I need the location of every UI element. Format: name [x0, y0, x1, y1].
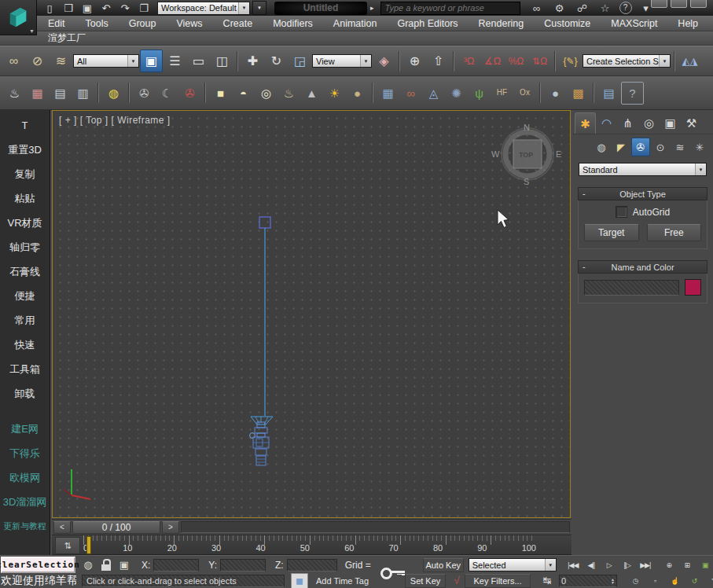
time-slider-handle[interactable]: 0 / 100 — [72, 521, 160, 534]
rock-icon[interactable]: ✺ — [446, 83, 467, 104]
key-filters-button[interactable]: Key Filters... — [465, 574, 531, 588]
camera-red-icon[interactable]: ✇ — [179, 83, 200, 104]
tab-display[interactable]: ▣ — [660, 112, 681, 134]
current-frame-field[interactable]: 0 ▲ ▼ — [559, 575, 617, 587]
object-color-swatch[interactable] — [685, 279, 701, 296]
auto-key-button[interactable]: Auto Key — [423, 558, 464, 572]
sidebar-item-t[interactable]: T — [0, 113, 50, 138]
camera-icon[interactable]: ✇ — [134, 83, 155, 104]
tab-create[interactable]: ✱ — [575, 112, 596, 134]
menu-item[interactable]: Edit — [38, 16, 75, 31]
select-object-icon[interactable]: ▣ — [140, 50, 163, 72]
workspace-dropdown[interactable]: Workspace: Default ▼ — [157, 2, 250, 15]
rectangular-selection-region-icon[interactable]: ▭ — [187, 50, 210, 72]
category-spacewarps-icon[interactable]: ≋ — [671, 138, 689, 156]
use-pivot-point-icon[interactable]: ◈ — [373, 50, 395, 72]
category-helpers-icon[interactable]: ⊙ — [651, 138, 670, 156]
previous-frame-arrow[interactable]: < — [53, 521, 71, 534]
light-bulb-icon[interactable]: ◍ — [103, 83, 124, 104]
next-frame-button[interactable]: ||▷ — [619, 558, 636, 572]
free-camera-button[interactable]: Free — [647, 224, 702, 241]
bind-to-space-warp-icon[interactable]: ≋ — [50, 50, 72, 72]
category-lights-icon[interactable]: ◤ — [612, 138, 630, 156]
new-scene-icon[interactable]: ▯ — [41, 1, 58, 15]
select-and-rotate-icon[interactable]: ↻ — [265, 50, 288, 72]
frame-spinner[interactable]: ▲ ▼ — [611, 578, 615, 584]
go-to-end-button[interactable]: ▶▶| — [637, 558, 654, 572]
y-coordinate-field[interactable] — [220, 559, 266, 571]
target-camera-button[interactable]: Target — [584, 224, 639, 241]
selection-lock-icon[interactable] — [101, 559, 112, 571]
menu-item[interactable]: Modifiers — [263, 16, 323, 31]
maximize-button[interactable] — [671, 0, 687, 8]
plugin-menu-item[interactable]: 渲梦工厂 — [38, 31, 96, 45]
menu-item[interactable]: Group — [119, 16, 167, 31]
time-configuration-icon[interactable]: ◷ — [627, 574, 644, 588]
toolbar-overflow-icon[interactable]: ▸ — [370, 4, 374, 12]
sidebar-item-plaster-line[interactable]: 石膏线 — [0, 259, 50, 284]
add-time-tag[interactable]: Add Time Tag — [316, 576, 369, 586]
wrench-icon[interactable]: ⚙ — [551, 1, 568, 15]
sidebar-item-xiadele[interactable]: 下得乐 — [0, 441, 50, 465]
rendered-frame-window-icon[interactable]: ▤ — [50, 83, 71, 104]
camera-class-dropdown[interactable]: Standard ▼ — [579, 163, 707, 176]
grass-icon[interactable]: ψ — [469, 83, 490, 104]
zoom-extents-icon[interactable]: ▣ — [696, 558, 713, 572]
open-file-icon[interactable]: ❒ — [60, 1, 77, 15]
hairfarm-icon[interactable]: HF — [491, 83, 513, 104]
unlink-selection-icon[interactable]: ⊘ — [26, 50, 49, 72]
object-type-rollout-header[interactable]: - Object Type — [578, 187, 707, 200]
viewport-label[interactable]: [ + ] [ Top ] [ Wireframe ] — [59, 115, 171, 126]
named-selection-set-dropdown[interactable]: Create Selection Set▼ — [583, 54, 671, 68]
absolute-mode-icon[interactable]: ▣ — [118, 560, 130, 570]
category-systems-icon[interactable]: ✳ — [690, 138, 709, 156]
dome-light-icon[interactable]: ◓ — [233, 83, 254, 104]
favorites-star-icon[interactable]: ☆ — [597, 1, 614, 15]
save-file-icon[interactable]: ▣ — [79, 1, 96, 15]
gray-sphere-icon[interactable]: ● — [545, 83, 566, 104]
sidebar-item-common[interactable]: 常用 — [0, 308, 50, 333]
menu-item[interactable]: Graph Editors — [387, 16, 468, 31]
plane-gizmo-icon[interactable]: ◬ — [423, 83, 444, 104]
mirror-icon[interactable]: ◭◮ — [678, 50, 701, 72]
sidebar-item-oumo[interactable]: 欧模网 — [0, 465, 50, 490]
app-menu-button[interactable]: ▼ — [0, 0, 37, 35]
proxy-molecule-icon[interactable]: ∞ — [400, 83, 421, 104]
percent-snap-icon[interactable]: %Ω — [505, 50, 527, 72]
sidebar-item-toolbox[interactable]: 工具箱 — [0, 357, 50, 381]
name-color-rollout-header[interactable]: - Name and Color — [578, 260, 707, 274]
menu-item[interactable]: Help — [667, 16, 708, 31]
communication-center-icon[interactable]: ☍ — [574, 1, 591, 15]
menu-item[interactable]: Rendering — [469, 16, 535, 31]
go-to-start-button[interactable]: |◀◀ — [564, 558, 582, 572]
key-mode-toggle-icon[interactable]: ↹ — [538, 575, 556, 586]
infocenter-help-icon[interactable]: ? — [619, 2, 632, 14]
select-and-scale-icon[interactable]: ◲ — [289, 50, 311, 72]
object-name-field[interactable] — [584, 280, 679, 296]
mini-curve-editor-button[interactable]: ⇅ — [55, 537, 80, 554]
set-key-button[interactable]: Set Key — [405, 574, 446, 588]
ornatrix-icon[interactable]: Ox — [514, 83, 535, 104]
category-cameras-icon[interactable]: ✇ — [631, 138, 650, 156]
menu-item[interactable]: MAXScript — [601, 16, 667, 31]
tab-hierarchy[interactable]: ⋔ — [617, 112, 638, 134]
isolate-selection-icon[interactable]: ◼ — [291, 573, 308, 588]
redo-icon[interactable]: ↷ — [116, 1, 134, 15]
sidebar-item-quick[interactable]: 快速 — [0, 333, 50, 357]
sky-light-icon[interactable]: ● — [347, 83, 368, 104]
key-selection-dropdown[interactable]: Selected ▼ — [469, 558, 557, 571]
track-bar[interactable]: ⇅ 0102030405060708090100 — [52, 535, 572, 555]
select-and-link-icon[interactable]: ∞ — [2, 50, 25, 72]
zoom-all-icon[interactable]: ⊞ — [678, 558, 696, 572]
help-circle-icon[interactable]: ? — [621, 82, 644, 105]
current-frame-marker[interactable] — [86, 536, 91, 554]
render-teapot-icon[interactable]: ♨ — [4, 83, 25, 104]
mesh-teapot-light-icon[interactable]: ♨ — [278, 83, 300, 104]
sidebar-item-convenient[interactable]: 便捷 — [0, 284, 50, 308]
tab-motion[interactable]: ◎ — [638, 112, 660, 134]
window-crossing-toggle-icon[interactable]: ◫ — [211, 50, 233, 72]
infocenter-search-input[interactable] — [380, 2, 520, 15]
spinner-down-icon[interactable]: ▼ — [611, 581, 615, 584]
selection-filter-dropdown[interactable]: All▼ — [73, 54, 139, 68]
camera-moon-icon[interactable]: ☾ — [156, 83, 178, 104]
